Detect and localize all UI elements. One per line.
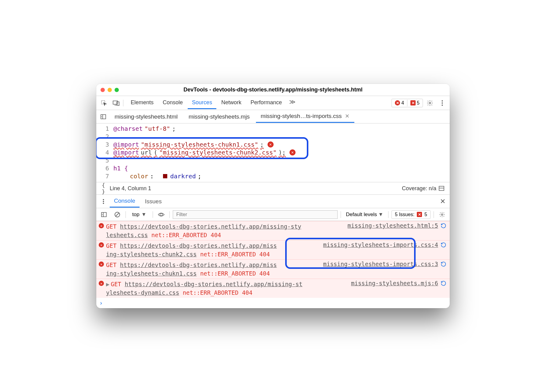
- device-toolbar-icon[interactable]: [111, 98, 121, 108]
- code-editor[interactable]: 1234567 @charset "utf-8"; @import "missi…: [96, 123, 450, 182]
- line-gutter: 1234567: [96, 125, 113, 180]
- error-icon: ✕: [99, 223, 104, 228]
- tab-sources[interactable]: Sources: [188, 97, 216, 109]
- console-error-row[interactable]: ✕ GET https://devtools-dbg-stories.netli…: [96, 240, 450, 259]
- console-error-row[interactable]: ✕ GET https://devtools-dbg-stories.netli…: [96, 259, 450, 279]
- request-url-link[interactable]: https://devtools-dbg-stories.netlify.app…: [120, 262, 277, 268]
- expand-arrow-icon[interactable]: ▶: [106, 281, 109, 287]
- svg-point-14: [103, 203, 104, 204]
- replay-xhr-icon[interactable]: [440, 261, 447, 278]
- drawer-tab-issues[interactable]: Issues: [141, 196, 166, 207]
- window-title: DevTools - devtools-dbg-stories.netlify.…: [96, 87, 450, 93]
- error-icon[interactable]: ✕: [289, 149, 296, 155]
- svg-point-7: [441, 105, 443, 106]
- context-selector[interactable]: top ▼: [129, 210, 150, 219]
- error-badges[interactable]: ✕ 4 ✕ 5: [392, 99, 423, 107]
- request-url-link[interactable]: lesheets.css: [106, 232, 148, 238]
- tab-console[interactable]: Console: [158, 97, 187, 109]
- navigator-toggle-icon[interactable]: [98, 112, 108, 122]
- console-sidebar-toggle-icon[interactable]: [99, 209, 109, 220]
- chevron-down-icon: ▼: [378, 212, 383, 218]
- drawer-menu-icon[interactable]: [98, 196, 108, 207]
- coverage-status: Coverage: n/a: [402, 185, 436, 192]
- chevron-down-icon: ▼: [141, 212, 147, 218]
- source-link[interactable]: missing-stylesheets.mjs:6: [351, 280, 438, 287]
- request-url-link[interactable]: ing-stylesheets-chukn1.css: [106, 270, 197, 277]
- console-filter-input[interactable]: [173, 210, 338, 219]
- file-tab-html[interactable]: missing-stylesheets.html: [110, 111, 183, 123]
- more-panels-button[interactable]: ≫: [287, 97, 298, 109]
- devtools-window: DevTools - devtools-dbg-stories.netlify.…: [96, 84, 450, 308]
- issue-icon: ✕: [410, 100, 416, 105]
- svg-point-5: [441, 100, 443, 102]
- tab-network[interactable]: Network: [217, 97, 246, 109]
- error-icon: ✕: [99, 262, 104, 267]
- error-icon: ✕: [395, 100, 400, 105]
- console-log-area: ✕ GET https://devtools-dbg-stories.netli…: [96, 221, 450, 308]
- source-link[interactable]: missing-stylesheets-imports.css:4: [323, 241, 438, 248]
- console-error-row[interactable]: ✕ ▶GET https://devtools-dbg-stories.netl…: [96, 279, 450, 298]
- titlebar: DevTools - devtools-dbg-stories.netlify.…: [96, 84, 450, 96]
- file-tabs: missing-stylesheets.html missing-stylesh…: [96, 110, 450, 123]
- svg-point-20: [441, 214, 443, 215]
- code-content[interactable]: @charset "utf-8"; @import "missing-style…: [113, 125, 450, 180]
- close-drawer-icon[interactable]: ✕: [438, 196, 448, 207]
- file-tab-css[interactable]: missing-stylesh…ts-imports.css ✕: [256, 110, 354, 123]
- errors-count-badge[interactable]: ✕ 4: [393, 100, 406, 106]
- tab-performance[interactable]: Performance: [246, 97, 286, 109]
- sidebar-toggle-icon[interactable]: [436, 183, 447, 194]
- console-toolbar: top ▼ Default levels ▼ 5 Issues: ✕ 5: [96, 208, 450, 221]
- issues-count-badge[interactable]: ✕ 5: [409, 100, 421, 106]
- svg-point-12: [103, 199, 104, 200]
- kebab-menu-icon[interactable]: [437, 98, 447, 108]
- svg-point-13: [103, 201, 104, 202]
- source-link[interactable]: missing-stylesheets.html:5: [348, 222, 438, 229]
- tab-elements[interactable]: Elements: [126, 97, 158, 109]
- drawer-tabs: Console Issues ✕: [96, 195, 450, 208]
- panel-tabs: Elements Console Sources Network Perform…: [126, 97, 390, 109]
- request-url-link[interactable]: https://devtools-dbg-stories.netlify.app…: [125, 281, 302, 287]
- main-toolbar: Elements Console Sources Network Perform…: [96, 96, 450, 110]
- svg-point-19: [160, 213, 162, 216]
- replay-xhr-icon[interactable]: [440, 280, 447, 297]
- live-expression-icon[interactable]: [156, 209, 166, 220]
- editor-status-bar: { } Line 4, Column 1 Coverage: n/a: [96, 182, 450, 195]
- replay-xhr-icon[interactable]: [440, 222, 447, 239]
- cursor-position: Line 4, Column 1: [110, 185, 151, 192]
- console-error-row[interactable]: ✕ GET https://devtools-dbg-stories.netli…: [96, 221, 450, 240]
- settings-icon[interactable]: [425, 98, 435, 108]
- file-tab-mjs[interactable]: missing-stylesheets.mjs: [184, 111, 255, 123]
- source-link[interactable]: missing-stylesheets-imports.css:3: [323, 261, 438, 267]
- request-url-link[interactable]: https://devtools-dbg-stories.netlify.app…: [120, 223, 301, 230]
- drawer-tab-console[interactable]: Console: [110, 195, 140, 208]
- color-swatch[interactable]: [163, 174, 167, 178]
- request-url-link[interactable]: ylesheets-dynamic.css: [106, 289, 179, 296]
- error-icon[interactable]: ✕: [268, 141, 274, 148]
- svg-point-6: [441, 102, 443, 104]
- inspect-element-icon[interactable]: [99, 98, 109, 108]
- console-prompt[interactable]: ›: [96, 298, 450, 308]
- close-tab-icon[interactable]: ✕: [345, 113, 349, 119]
- issues-button[interactable]: 5 Issues: ✕ 5: [392, 210, 431, 219]
- request-url-link[interactable]: https://devtools-dbg-stories.netlify.app…: [120, 242, 277, 249]
- error-icon: ✕: [99, 242, 104, 248]
- replay-xhr-icon[interactable]: [440, 241, 447, 258]
- svg-rect-10: [439, 186, 444, 191]
- pretty-print-icon[interactable]: { }: [99, 183, 110, 194]
- log-levels-selector[interactable]: Default levels ▼: [344, 210, 385, 219]
- request-url-link[interactable]: ing-stylesheets-chunk2.css: [106, 251, 197, 258]
- svg-line-18: [115, 213, 119, 216]
- svg-point-4: [429, 102, 431, 104]
- issue-icon: ✕: [417, 212, 422, 217]
- clear-console-icon[interactable]: [112, 209, 122, 220]
- svg-rect-3: [117, 102, 119, 105]
- error-icon: ✕: [99, 281, 104, 286]
- console-settings-icon[interactable]: [437, 209, 447, 220]
